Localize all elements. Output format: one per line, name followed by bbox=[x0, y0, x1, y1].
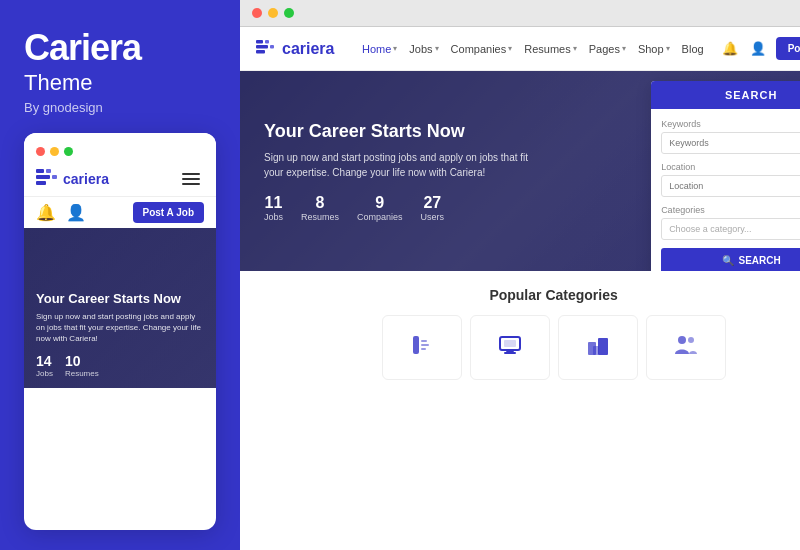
mobile-nav-icons: 🔔 👤 bbox=[36, 203, 86, 222]
svg-rect-2 bbox=[36, 181, 46, 185]
people-icon bbox=[673, 332, 699, 364]
hero-stat-users-label: Users bbox=[421, 212, 445, 222]
search-button[interactable]: 🔍 SEARCH bbox=[661, 248, 800, 271]
mobile-card-top bbox=[24, 133, 216, 162]
mobile-stat-label: Jobs bbox=[36, 369, 53, 378]
svg-rect-19 bbox=[598, 338, 608, 355]
svg-rect-1 bbox=[36, 175, 50, 179]
nav-links: Home ▾ Jobs ▾ Companies ▾ Resumes ▾ Page… bbox=[362, 43, 704, 55]
hero-stat-resumes-label: Resumes bbox=[301, 212, 339, 222]
hero-section: Your Career Starts Now Sign up now and s… bbox=[240, 71, 800, 271]
keywords-label: Keywords bbox=[661, 119, 800, 129]
brand-title: Cariera bbox=[24, 28, 216, 68]
mobile-logo-icon bbox=[36, 169, 58, 188]
svg-point-22 bbox=[688, 337, 694, 343]
site-nav: cariera Home ▾ Jobs ▾ Companies ▾ Resume… bbox=[240, 27, 800, 71]
keywords-field: Keywords bbox=[661, 119, 800, 154]
search-button-label: SEARCH bbox=[739, 255, 781, 266]
category-card-design[interactable] bbox=[382, 315, 462, 380]
hamburger-icon[interactable] bbox=[182, 168, 204, 190]
mobile-stats: 14Jobs10Resumes bbox=[36, 353, 204, 378]
traffic-light-green bbox=[64, 147, 73, 156]
location-input[interactable] bbox=[661, 175, 800, 197]
popular-title: Popular Categories bbox=[256, 287, 800, 303]
mobile-stat-label: Resumes bbox=[65, 369, 99, 378]
nav-actions: 🔔 👤 Post A Job bbox=[720, 37, 800, 60]
svg-point-21 bbox=[678, 336, 686, 344]
location-input-wrapper: ⊙ bbox=[661, 175, 800, 197]
site-logo-text: cariera bbox=[282, 40, 335, 58]
hero-stat-resumes: 8 Resumes bbox=[301, 194, 339, 222]
search-panel: SEARCH Keywords Location ⊙ Categ bbox=[651, 81, 800, 271]
site-logo: cariera bbox=[256, 40, 346, 58]
hero-stat-resumes-number: 8 bbox=[301, 194, 339, 212]
browser-light-red bbox=[252, 8, 262, 18]
mobile-post-job-button[interactable]: Post A Job bbox=[133, 202, 204, 223]
browser-light-green bbox=[284, 8, 294, 18]
hero-stat-jobs-label: Jobs bbox=[264, 212, 283, 222]
svg-rect-8 bbox=[265, 40, 269, 44]
categories-field: Categories Choose a category... Design T… bbox=[661, 205, 800, 240]
brand-by: By gnodesign bbox=[24, 100, 216, 115]
categories-label: Categories bbox=[661, 205, 800, 215]
nav-link-home[interactable]: Home ▾ bbox=[362, 43, 397, 55]
svg-rect-12 bbox=[421, 344, 429, 346]
design-icon bbox=[409, 332, 435, 364]
site-content: cariera Home ▾ Jobs ▾ Companies ▾ Resume… bbox=[240, 27, 800, 550]
svg-rect-7 bbox=[256, 50, 265, 54]
svg-rect-10 bbox=[413, 336, 419, 354]
hero-stat-jobs-number: 11 bbox=[264, 194, 283, 212]
categories-select[interactable]: Choose a category... Design Technology B… bbox=[661, 218, 800, 240]
svg-rect-13 bbox=[421, 348, 426, 350]
search-panel-header: SEARCH bbox=[651, 81, 800, 109]
svg-rect-11 bbox=[421, 340, 427, 342]
category-card-business[interactable] bbox=[558, 315, 638, 380]
technology-icon bbox=[497, 332, 523, 364]
svg-rect-16 bbox=[504, 352, 516, 354]
svg-rect-17 bbox=[504, 340, 516, 347]
bell-icon[interactable]: 🔔 bbox=[720, 39, 740, 59]
nav-link-resumes[interactable]: Resumes ▾ bbox=[524, 43, 576, 55]
nav-link-companies[interactable]: Companies ▾ bbox=[451, 43, 513, 55]
popular-section: Popular Categories bbox=[240, 271, 800, 390]
right-panel: cariera Home ▾ Jobs ▾ Companies ▾ Resume… bbox=[240, 0, 800, 550]
browser-light-yellow bbox=[268, 8, 278, 18]
mobile-stat: 14Jobs bbox=[36, 353, 53, 378]
browser-chrome bbox=[240, 0, 800, 27]
hero-stat-companies: 9 Companies bbox=[357, 194, 403, 222]
mobile-logo: cariera bbox=[36, 169, 109, 188]
location-field: Location ⊙ bbox=[661, 162, 800, 197]
site-logo-icon bbox=[256, 40, 276, 58]
brand-subtitle: Theme bbox=[24, 70, 216, 96]
hero-stat-users-number: 27 bbox=[421, 194, 445, 212]
category-card-technology[interactable] bbox=[470, 315, 550, 380]
mobile-user-icon: 👤 bbox=[66, 203, 86, 222]
mobile-hero-title: Your Career Starts Now bbox=[36, 291, 204, 306]
category-card-people[interactable] bbox=[646, 315, 726, 380]
search-button-icon: 🔍 bbox=[722, 255, 734, 266]
svg-rect-15 bbox=[506, 350, 514, 352]
svg-rect-20 bbox=[593, 346, 599, 355]
site-post-job-button[interactable]: Post A Job bbox=[776, 37, 800, 60]
hero-description: Sign up now and start posting jobs and a… bbox=[264, 150, 536, 180]
mobile-actions: 🔔 👤 Post A Job bbox=[24, 197, 216, 228]
left-panel: Cariera Theme By gnodesign bbox=[0, 0, 240, 550]
svg-rect-4 bbox=[52, 175, 57, 179]
keywords-input[interactable] bbox=[661, 132, 800, 154]
mobile-logo-text: cariera bbox=[63, 171, 109, 187]
hero-stat-users: 27 Users bbox=[421, 194, 445, 222]
hero-stat-companies-number: 9 bbox=[357, 194, 403, 212]
nav-link-shop[interactable]: Shop ▾ bbox=[638, 43, 670, 55]
mobile-nav: cariera bbox=[24, 162, 216, 197]
nav-link-blog[interactable]: Blog bbox=[682, 43, 704, 55]
svg-rect-0 bbox=[36, 169, 44, 173]
user-icon[interactable]: 👤 bbox=[748, 39, 768, 59]
nav-link-jobs[interactable]: Jobs ▾ bbox=[409, 43, 438, 55]
search-panel-body: Keywords Location ⊙ Categories bbox=[651, 109, 800, 271]
mobile-hero: Your Career Starts Now Sign up now and s… bbox=[24, 228, 216, 388]
hero-content: Your Career Starts Now Sign up now and s… bbox=[240, 101, 560, 242]
business-icon bbox=[585, 332, 611, 364]
svg-rect-5 bbox=[256, 40, 263, 44]
nav-link-pages[interactable]: Pages ▾ bbox=[589, 43, 626, 55]
mobile-stat-num: 14 bbox=[36, 353, 53, 369]
